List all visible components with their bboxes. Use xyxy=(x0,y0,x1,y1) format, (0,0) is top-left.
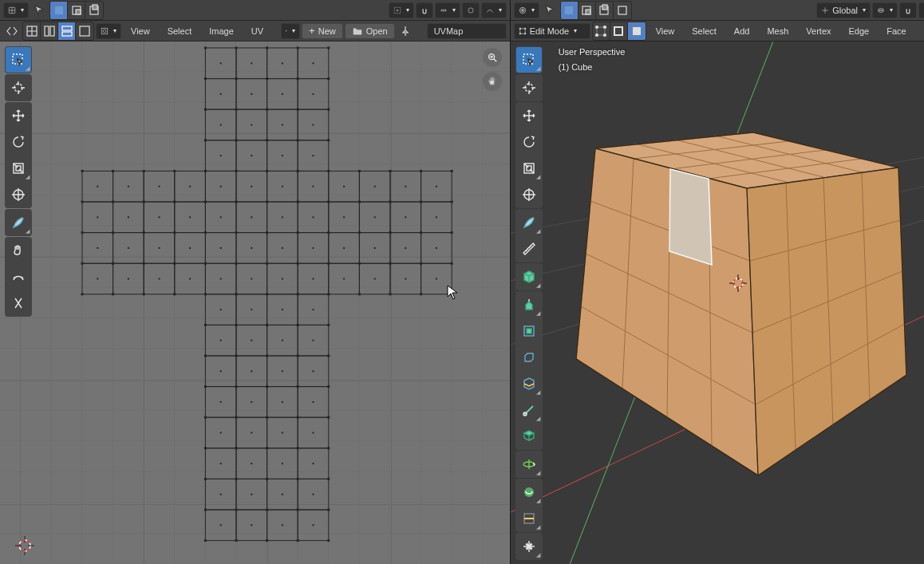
3d-menu-uv[interactable]: UV xyxy=(916,21,924,41)
falloff-dropdown[interactable]: ▾ xyxy=(481,2,507,18)
3d-menu-edge[interactable]: Edge xyxy=(841,21,878,41)
proportional-dropdown[interactable] xyxy=(462,2,480,18)
shading-3[interactable] xyxy=(596,2,614,19)
editor-switch-icon[interactable] xyxy=(3,22,21,40)
orientation-dropdown[interactable]: Global ▾ xyxy=(816,2,871,18)
cursor-tool-icon[interactable] xyxy=(30,2,48,19)
3d-cursor-icon[interactable] xyxy=(541,2,559,19)
svg-rect-260 xyxy=(389,201,392,203)
svg-rect-100 xyxy=(374,216,376,218)
3d-menu-face[interactable]: Face xyxy=(879,21,914,41)
tool-relax[interactable] xyxy=(6,264,31,290)
svg-rect-261 xyxy=(420,201,422,203)
sync-sel-2[interactable] xyxy=(68,2,85,19)
zoom-icon[interactable] xyxy=(483,48,502,67)
svg-rect-326 xyxy=(327,447,330,449)
tool-edgeslide[interactable]: ◢ xyxy=(516,506,542,531)
snap-dropdown[interactable] xyxy=(416,2,433,18)
svg-rect-292 xyxy=(173,293,176,295)
tool-cursor[interactable] xyxy=(6,75,31,101)
svg-rect-30 xyxy=(282,62,283,64)
tool-bevel[interactable] xyxy=(516,345,542,370)
pin-icon[interactable] xyxy=(397,22,414,40)
svg-rect-14 xyxy=(80,26,89,36)
tool-scale[interactable]: ◢ xyxy=(516,156,542,181)
3d-viewport[interactable]: User Perspective (1) Cube ◢◢◢◢◢◢◢◢◢◢◢ xyxy=(511,41,924,564)
new-button[interactable]: + New xyxy=(302,23,343,39)
tool-tweak[interactable]: ◢ xyxy=(516,47,542,73)
svg-rect-358 xyxy=(597,27,605,35)
tool-extrude[interactable]: ◢ xyxy=(516,292,542,317)
svg-rect-298 xyxy=(358,293,361,295)
pivot-3d-dropdown[interactable]: ▾ xyxy=(872,2,898,18)
menu-image[interactable]: Image xyxy=(201,21,242,41)
pivot-dropdown[interactable]: ▾ xyxy=(389,2,414,18)
uv-viewport[interactable]: ◢◢◢ xyxy=(0,41,510,564)
menu-view[interactable]: View xyxy=(123,21,158,41)
tool-transform[interactable] xyxy=(516,182,542,207)
tool-pinch[interactable] xyxy=(6,290,31,316)
3d-menu-select[interactable]: Select xyxy=(684,21,725,41)
tool-grab[interactable] xyxy=(6,238,31,263)
disp-mode-1[interactable] xyxy=(23,22,41,40)
image-browse[interactable]: ▾ xyxy=(281,23,300,39)
tool-cursor[interactable] xyxy=(516,75,542,101)
editor-type-dropdown[interactable]: ▾ xyxy=(3,2,29,18)
shading-2[interactable] xyxy=(578,2,596,19)
menu-select[interactable]: Select xyxy=(160,21,200,41)
overlay-object: (1) Cube xyxy=(559,60,626,75)
svg-rect-214 xyxy=(282,524,283,526)
tool-tweak[interactable]: ◢ xyxy=(6,47,31,73)
tool-spin[interactable]: ◢ xyxy=(516,452,542,477)
open-button[interactable]: Open xyxy=(345,23,395,39)
uvmap-field[interactable]: UVMap xyxy=(427,23,507,39)
3d-menu-add[interactable]: Add xyxy=(726,21,758,41)
svg-rect-273 xyxy=(389,231,392,234)
svg-point-351 xyxy=(879,8,883,10)
shading-1[interactable] xyxy=(561,2,578,19)
sel-vertex[interactable] xyxy=(593,22,610,40)
sync-sel-3[interactable] xyxy=(85,2,103,19)
channels-dropdown[interactable]: ▾ xyxy=(96,23,121,39)
snap-3d-type-dropdown[interactable]: ▾ xyxy=(918,2,924,18)
tool-annotate[interactable]: ◢ xyxy=(516,210,542,235)
3d-menu-vertex[interactable]: Vertex xyxy=(798,21,839,41)
tool-rotate[interactable] xyxy=(6,129,31,155)
pan-icon[interactable] xyxy=(483,72,502,91)
disp-mode-4[interactable] xyxy=(76,22,93,40)
shading-4[interactable] xyxy=(614,2,631,19)
tool-knife[interactable]: ◢ xyxy=(516,397,542,423)
tool-move[interactable] xyxy=(516,103,542,128)
tool-transform[interactable] xyxy=(6,182,31,207)
svg-rect-334 xyxy=(266,509,268,511)
snap-increment-dropdown[interactable]: ▾ xyxy=(435,2,460,18)
tool-measure[interactable] xyxy=(516,236,542,262)
disp-mode-3[interactable] xyxy=(58,22,76,40)
tool-polybuild[interactable] xyxy=(516,424,542,449)
mode-dropdown[interactable]: Edit Mode ▾ xyxy=(514,23,590,39)
menu-uv[interactable]: UV xyxy=(243,21,271,41)
3d-menu-mesh[interactable]: Mesh xyxy=(759,21,796,41)
tool-annotate[interactable]: ◢ xyxy=(6,210,31,235)
3d-editor-type-dropdown[interactable]: ▾ xyxy=(514,2,539,18)
sync-sel-1[interactable] xyxy=(50,2,68,19)
tool-inset[interactable] xyxy=(516,318,542,344)
svg-rect-353 xyxy=(520,28,525,33)
tool-loopcut[interactable]: ◢ xyxy=(516,371,542,396)
svg-rect-170 xyxy=(220,370,222,372)
snap-3d-dropdown[interactable] xyxy=(899,2,917,18)
tool-add-cube[interactable]: ◢ xyxy=(516,264,542,290)
sel-face[interactable] xyxy=(628,22,646,40)
svg-rect-305 xyxy=(297,324,299,326)
svg-rect-269 xyxy=(266,231,268,234)
tool-rotate[interactable] xyxy=(516,129,542,155)
disp-mode-2[interactable] xyxy=(41,22,58,40)
3d-menu-view[interactable]: View xyxy=(648,21,683,41)
svg-rect-144 xyxy=(313,278,314,280)
tool-smooth[interactable]: ◢ xyxy=(516,479,542,505)
sel-edge[interactable] xyxy=(610,22,628,40)
tool-scale[interactable]: ◢ xyxy=(6,156,31,181)
svg-rect-307 xyxy=(204,355,207,357)
tool-move[interactable] xyxy=(6,103,31,128)
tool-shrink[interactable]: ◢ xyxy=(516,534,542,559)
